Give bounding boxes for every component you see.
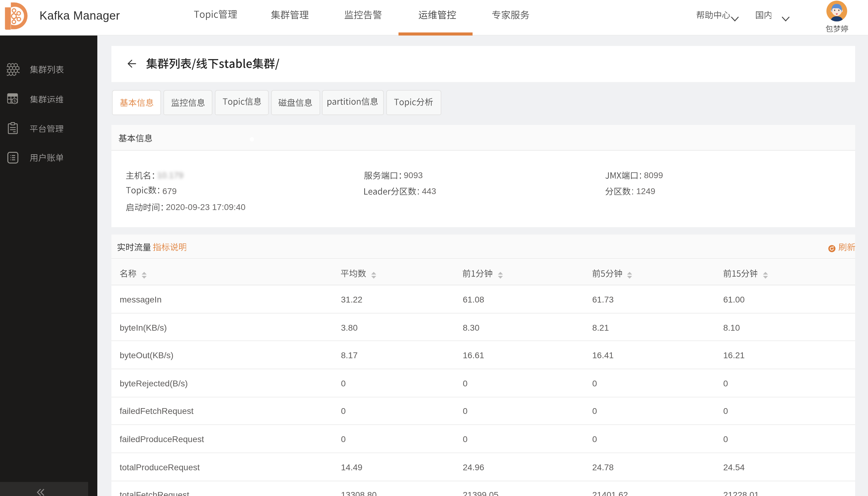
svg-text:$: $: [14, 98, 16, 103]
